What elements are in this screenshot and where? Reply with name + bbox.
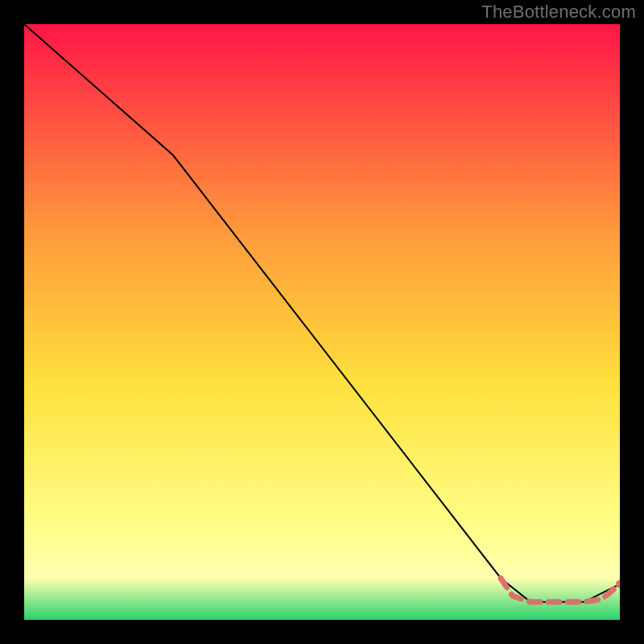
chart-container: TheBottleneck.com — [0, 0, 644, 644]
plot-area — [24, 24, 620, 620]
gradient-background — [24, 24, 620, 620]
chart-svg — [24, 24, 620, 620]
watermark-text: TheBottleneck.com — [481, 2, 636, 23]
